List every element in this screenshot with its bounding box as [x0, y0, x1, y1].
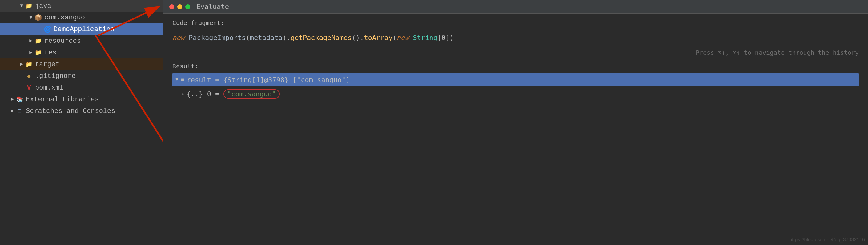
class-name: PackageImports: [189, 34, 246, 41]
code-fragment-section: Code fragment: new PackageImports(metada…: [163, 13, 868, 49]
bracket2: ): [283, 34, 286, 41]
result-sub-text: {..} 0 = "com.sanguo": [187, 89, 279, 99]
code-fragment-label: Code fragment:: [173, 19, 859, 27]
folder-icon-java: 📁: [25, 2, 33, 10]
watermark: https://blog.csdn.net/qq_37032116: [789, 237, 865, 243]
tree-item-resources[interactable]: ▶ 📁 resources: [0, 35, 163, 47]
resource-icon: 📁: [34, 37, 42, 45]
pom-icon: V: [25, 84, 33, 92]
label-java: java: [35, 2, 52, 10]
chevron-scratches: ▶: [9, 108, 16, 114]
dot2: .: [360, 34, 364, 41]
label-demo: DemoApplication: [54, 26, 115, 33]
result-section: Result: ▼ ≡ result = {String[1]@3798} ["…: [163, 59, 868, 103]
label-pom: pom.xml: [35, 84, 63, 92]
file-tree: ▶ 📁 java ▶ 📦 com.sanguo 🌀 DemoApplicatio…: [0, 0, 163, 245]
dot1: .: [286, 34, 290, 41]
bracket1: (: [246, 34, 250, 41]
chevron-target: ▶: [19, 61, 25, 67]
tree-item-gitignore[interactable]: ◆ .gitignore: [0, 70, 163, 82]
type-string: String: [413, 34, 437, 41]
label-scratches: Scratches and Consoles: [26, 108, 115, 115]
eval-header: Evaluate: [163, 0, 868, 13]
traffic-light-green[interactable]: [185, 4, 190, 9]
tree-item-comsanguo[interactable]: ▶ 📦 com.sanguo: [0, 12, 163, 23]
result-sub-row[interactable]: ▶ {..} 0 = "com.sanguo": [179, 88, 859, 100]
tree-item-demoapplication[interactable]: 🌀 DemoApplication: [0, 23, 163, 35]
label-test: test: [44, 49, 61, 57]
package-icon: 📦: [34, 13, 42, 22]
tree-item-target[interactable]: ▶ 📁 target: [0, 59, 163, 70]
bracket5: [0]): [437, 34, 454, 41]
param-metadata: metadata: [250, 34, 283, 41]
label-gitignore: .gitignore: [35, 72, 76, 80]
traffic-light-red[interactable]: [169, 4, 174, 9]
chevron-pom: [19, 85, 25, 91]
label-target: target: [35, 61, 59, 68]
result-chevron: ▼: [176, 77, 179, 83]
chevron-comsanguo: ▶: [28, 14, 34, 21]
eval-title: Evaluate: [196, 3, 229, 10]
label-resources: resources: [44, 37, 81, 45]
result-main-row[interactable]: ▼ ≡ result = {String[1]@3798} ["com.sang…: [173, 73, 859, 87]
chevron-extlib: ▶: [9, 96, 16, 102]
label-comsanguo: com.sanguo: [44, 14, 85, 22]
bracket3: (): [352, 34, 360, 41]
history-hint: Press ⌥↓, ⌥↑ to navigate through the his…: [163, 49, 868, 59]
scratches-icon: 🗒: [16, 107, 24, 115]
spring-icon: 🌀: [43, 25, 52, 34]
result-label: Result:: [173, 62, 859, 70]
tree-item-scratches[interactable]: ▶ 🗒 Scratches and Consoles: [0, 105, 163, 117]
chevron-resources: ▶: [28, 38, 34, 44]
kw-new2: new: [397, 34, 413, 41]
kw-new: new: [173, 34, 189, 41]
test-icon: 📁: [34, 48, 42, 57]
chevron-demo: [37, 26, 43, 32]
evaluate-panel: Evaluate Code fragment: new PackageImpor…: [163, 0, 868, 245]
method-getpackagenames: getPackageNames: [290, 34, 352, 41]
chevron-java: ▶: [19, 3, 25, 9]
chevron-git: [19, 73, 25, 79]
traffic-lights: [169, 4, 190, 9]
tree-item-pom[interactable]: V pom.xml: [0, 82, 163, 94]
code-block[interactable]: new PackageImports(metadata).getPackageN…: [173, 30, 859, 46]
method-toarray: toArray: [364, 34, 393, 41]
highlighted-value: "com.sanguo": [223, 89, 280, 99]
result-list-icon: ≡: [181, 76, 184, 83]
target-icon: 📁: [25, 60, 33, 69]
tree-item-external-libs[interactable]: ▶ 📚 External Libraries: [0, 94, 163, 105]
tree-item-test[interactable]: ▶ 📁 test: [0, 47, 163, 59]
sub-chevron: ▶: [182, 91, 184, 97]
chevron-test: ▶: [28, 50, 34, 56]
result-main-text: result = {String[1]@3798} ["com.sanguo"]: [187, 76, 350, 84]
tree-item-java[interactable]: ▶ 📁 java: [0, 0, 163, 12]
gitignore-icon: ◆: [25, 72, 33, 80]
traffic-light-yellow[interactable]: [177, 4, 182, 9]
label-extlib: External Libraries: [26, 96, 99, 103]
bracket4: (: [393, 34, 397, 41]
extlib-icon: 📚: [16, 95, 24, 104]
